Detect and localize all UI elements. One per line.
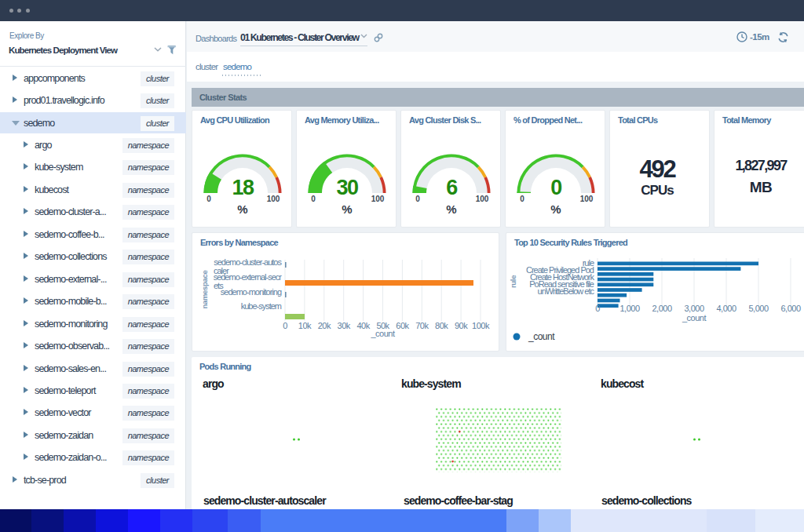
svg-text:4,000: 4,000 [716,304,736,313]
svg-text:60k: 60k [396,321,409,330]
svg-text:6,000: 6,000 [780,304,800,313]
svg-text:70k: 70k [415,321,429,330]
svg-text:10k: 10k [298,321,312,330]
svg-text:90k: 90k [455,321,468,330]
svg-text:0: 0 [283,321,287,330]
svg-text:20k: 20k [318,321,331,330]
svg-text:30k: 30k [338,321,351,330]
svg-text:2,000: 2,000 [652,304,671,313]
svg-text:5,000: 5,000 [748,304,768,313]
svg-text:1,000: 1,000 [619,304,639,313]
svg-text:_count: _count [682,313,706,322]
svg-text:80k: 80k [435,321,448,330]
svg-text:kube-system: kube-system [241,301,282,311]
svg-text:40k: 40k [356,321,370,330]
svg-text:namespace: namespace [200,270,209,308]
svg-text:3,000: 3,000 [684,304,704,313]
svg-text:rule: rule [509,275,517,288]
svg-text:sedemo-monitoring: sedemo-monitoring [221,287,282,297]
svg-text:0: 0 [595,304,600,313]
svg-text:_count: _count [528,331,555,342]
svg-text:100k: 100k [472,321,490,330]
svg-text:unWritteBelow etc: unWritteBelow etc [538,286,595,296]
svg-text:_count: _count [370,329,394,338]
svg-text:sedemo-external-secr: sedemo-external-secr [214,272,283,282]
